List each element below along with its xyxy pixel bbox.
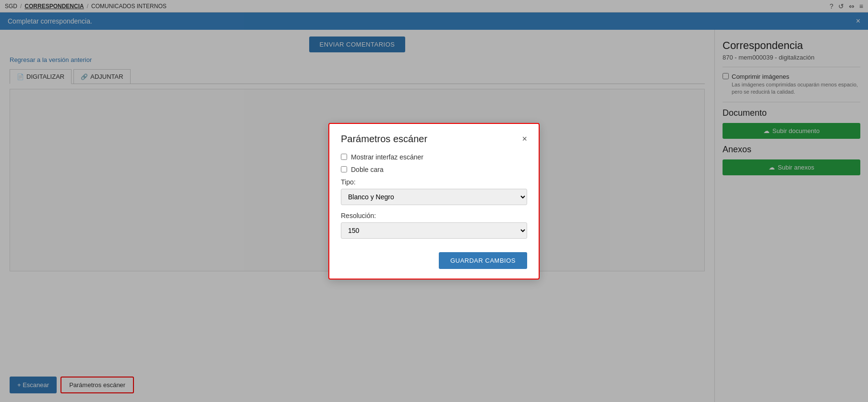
doble-cara-checkbox[interactable] xyxy=(341,166,347,172)
doble-cara-row: Doble cara xyxy=(341,166,527,173)
parametros-modal: Parámetros escáner × Mostrar interfaz es… xyxy=(328,123,540,280)
doble-cara-label: Doble cara xyxy=(351,166,384,173)
mostrar-interfaz-checkbox[interactable] xyxy=(341,154,347,160)
mostrar-interfaz-row: Mostrar interfaz escáner xyxy=(341,153,527,161)
modal-overlay: Parámetros escáner × Mostrar interfaz es… xyxy=(0,0,868,402)
modal-footer: GUARDAR CAMBIOS xyxy=(341,252,527,269)
tipo-label: Tipo: xyxy=(341,178,527,186)
modal-title: Parámetros escáner xyxy=(341,134,427,145)
resolucion-select[interactable]: 75 100 150 200 300 600 xyxy=(341,222,527,239)
tipo-select[interactable]: Blanco y Negro Color Escala de grises xyxy=(341,189,527,205)
guardar-cambios-button[interactable]: GUARDAR CAMBIOS xyxy=(439,252,527,269)
modal-header: Parámetros escáner × xyxy=(341,134,527,145)
mostrar-interfaz-label: Mostrar interfaz escáner xyxy=(351,153,423,161)
resolucion-label: Resolución: xyxy=(341,212,527,219)
modal-close-button[interactable]: × xyxy=(522,134,527,143)
modal-body: Mostrar interfaz escáner Doble cara Tipo… xyxy=(341,153,527,269)
